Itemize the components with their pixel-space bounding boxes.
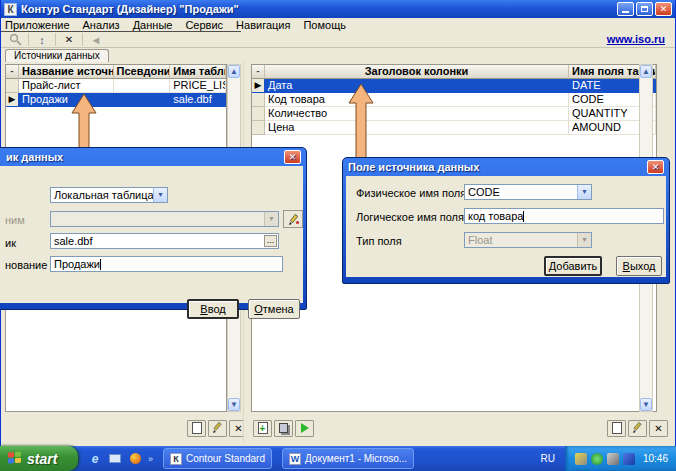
header-source-name[interactable]: Название источни... xyxy=(19,65,114,79)
source-type-combo[interactable]: Локальная таблица ▼ xyxy=(50,187,168,203)
table-row[interactable]: Цена AMOUND xyxy=(252,121,656,135)
chevron-down-icon[interactable]: ▼ xyxy=(577,185,591,199)
cancel-button[interactable]: Отмена xyxy=(248,299,300,319)
iso-link[interactable]: www.iso.ru xyxy=(607,33,665,45)
cell-db-alias[interactable] xyxy=(114,79,171,93)
copy-fields-button[interactable] xyxy=(274,420,293,437)
field-dialog-body: Физическое имя поля CODE ▼ Логическое им… xyxy=(346,176,666,277)
table-row-selected[interactable]: ▶ Дата DATE xyxy=(252,79,656,93)
chevron-down-icon[interactable]: ▼ xyxy=(153,188,167,202)
text-caret xyxy=(523,211,524,222)
tray-language-bar-icon[interactable] xyxy=(623,453,635,465)
minimize-button[interactable] xyxy=(617,2,634,16)
scroll-down-icon[interactable]: ▼ xyxy=(228,398,240,411)
menu-navigation[interactable]: Навигация xyxy=(236,19,290,31)
tab-data-sources[interactable]: Источники данных xyxy=(5,49,109,62)
delete-icon: ✕ xyxy=(234,423,242,434)
field-dialog-titlebar[interactable]: Поле источника данных ✕ xyxy=(346,158,666,176)
edit-source-button[interactable] xyxy=(208,420,227,437)
delete-button[interactable]: ✕ xyxy=(58,32,80,47)
tray-monitor-icon[interactable] xyxy=(575,453,587,465)
system-tray: 10:46 xyxy=(565,446,676,471)
scroll-up-icon[interactable]: ▲ xyxy=(228,65,240,78)
cell-db-alias[interactable] xyxy=(114,93,171,107)
close-button[interactable]: ✕ xyxy=(655,2,672,16)
cell-table-name[interactable]: PRICE_LIST.DBF xyxy=(170,79,226,93)
cell-column-caption[interactable]: Цена xyxy=(265,121,569,135)
physical-name-combo[interactable]: CODE ▼ xyxy=(464,184,592,200)
delete-field-button[interactable]: ✕ xyxy=(649,420,668,437)
close-button[interactable]: ✕ xyxy=(284,150,301,164)
menu-analysis[interactable]: Анализ xyxy=(83,19,120,31)
browse-button[interactable]: ... xyxy=(264,235,277,247)
new-field-button[interactable] xyxy=(607,420,626,437)
header-indicator-cell[interactable]: - xyxy=(6,65,19,79)
toolbar-separator xyxy=(82,33,83,46)
cell-source-name[interactable]: Продажи xyxy=(19,93,114,107)
name-value: Продажи xyxy=(54,258,100,270)
header-column-caption[interactable]: Заголовок колонки xyxy=(265,65,569,79)
cell-table-name[interactable]: sale.dbf xyxy=(170,93,226,107)
table-row[interactable]: Прайс-лист PRICE_LIST.DBF xyxy=(6,79,226,93)
file-value: sale.dbf xyxy=(54,235,93,247)
zoom-tool-button[interactable] xyxy=(4,32,26,47)
menu-help[interactable]: Помощь xyxy=(303,19,346,31)
task-word-document[interactable]: W Документ1 - Microso... xyxy=(282,448,414,469)
source-dialog-body: Локальная таблица ▼ ним ▼ ик sale.dbf ..… xyxy=(0,166,303,303)
tray-network-icon[interactable] xyxy=(607,453,619,465)
header-indicator-cell[interactable]: - xyxy=(252,65,265,79)
browser-icon[interactable] xyxy=(128,452,142,466)
header-db-alias[interactable]: Псевдоним БД xyxy=(114,65,171,79)
maximize-button[interactable] xyxy=(636,2,653,16)
title-bar[interactable]: К Контур Стандарт (Дизайнер) "Продажи" ✕ xyxy=(1,0,675,18)
mail-icon[interactable] xyxy=(108,452,122,466)
clock[interactable]: 10:46 xyxy=(643,453,668,464)
toolbar-separator xyxy=(55,33,56,46)
exchange-icon: ↕ xyxy=(39,34,45,46)
delete-icon: ✕ xyxy=(65,34,73,45)
new-source-button[interactable] xyxy=(187,420,206,437)
task-label: Contour Standard xyxy=(186,453,265,464)
quick-launch: e » xyxy=(88,452,153,466)
exchange-button[interactable]: ↕ xyxy=(31,32,53,47)
file-input[interactable]: sale.dbf ... xyxy=(50,233,279,249)
file-label-fragment: ик xyxy=(5,237,16,249)
header-table-name[interactable]: Имя таблицы xyxy=(170,65,226,79)
name-input[interactable]: Продажи xyxy=(50,256,283,272)
start-button[interactable]: start xyxy=(0,446,78,471)
scroll-down-icon[interactable]: ▼ xyxy=(640,398,652,411)
menu-service[interactable]: Сервис xyxy=(185,19,223,31)
cell-column-caption[interactable]: Количество xyxy=(265,107,569,121)
cell-column-caption[interactable]: Код товара xyxy=(265,93,569,107)
exit-button[interactable]: Выход xyxy=(616,256,662,276)
task-label: Документ1 - Microso... xyxy=(305,453,407,464)
edit-alias-button[interactable] xyxy=(283,210,303,228)
add-field-button[interactable]: + xyxy=(253,420,272,437)
close-button[interactable]: ✕ xyxy=(647,160,664,174)
field-type-label: Тип поля xyxy=(356,235,402,247)
menu-application[interactable]: Приложение xyxy=(5,19,70,31)
logical-name-label: Логическое имя поля xyxy=(356,211,464,223)
tray-shield-icon[interactable] xyxy=(591,453,603,465)
task-contour-standard[interactable]: К Contour Standard xyxy=(163,448,272,469)
back-button[interactable]: ◄ xyxy=(85,32,107,47)
internet-explorer-icon[interactable]: e xyxy=(88,452,102,466)
row-indicator xyxy=(252,107,265,121)
menu-data[interactable]: Данные xyxy=(133,19,173,31)
language-indicator[interactable]: RU xyxy=(541,453,565,464)
enter-button[interactable]: Ввод xyxy=(187,299,239,319)
scroll-up-icon[interactable]: ▲ xyxy=(640,65,652,78)
quick-launch-more[interactable]: » xyxy=(148,454,153,464)
run-button[interactable] xyxy=(295,420,314,437)
add-button[interactable]: Добавить xyxy=(544,256,602,276)
logical-name-value: код товара xyxy=(468,210,523,222)
table-row-selected[interactable]: ▶ Продажи sale.dbf xyxy=(6,93,226,107)
source-dialog-titlebar[interactable]: ик данных ✕ xyxy=(0,148,303,166)
fields-toolbar-right: ✕ xyxy=(607,416,668,440)
edit-field-button[interactable] xyxy=(628,420,647,437)
table-row[interactable]: Код товара CODE xyxy=(252,93,656,107)
cell-column-caption[interactable]: Дата xyxy=(265,79,569,93)
cell-source-name[interactable]: Прайс-лист xyxy=(19,79,114,93)
logical-name-input[interactable]: код товара xyxy=(464,208,664,224)
table-row[interactable]: Количество QUANTITY xyxy=(252,107,656,121)
